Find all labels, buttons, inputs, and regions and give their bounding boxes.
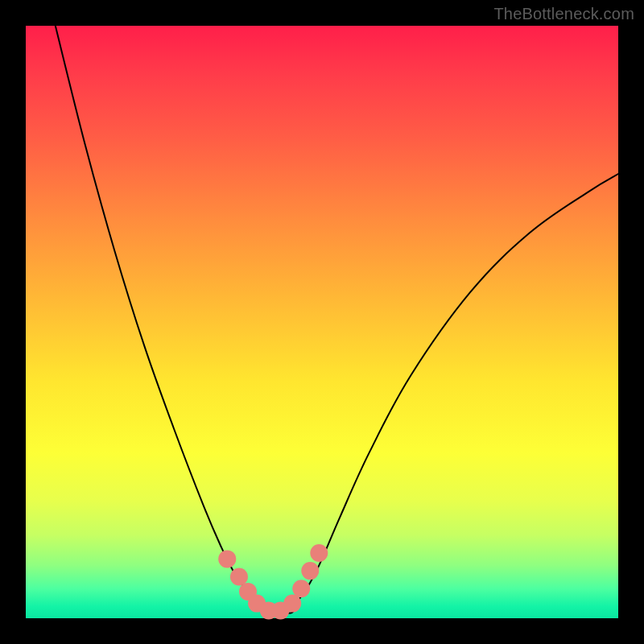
curve-layer [56, 26, 618, 613]
series-right-curve [299, 174, 618, 601]
plot-area [26, 26, 618, 618]
marker-point [218, 550, 236, 568]
watermark-text: TheBottleneck.com [493, 5, 634, 23]
marker-point [230, 568, 248, 585]
marker-point [283, 595, 301, 613]
chart-frame: TheBottleneck.com [0, 0, 644, 644]
series-left-curve [56, 26, 257, 601]
chart-svg [26, 26, 618, 618]
marker-point [310, 544, 328, 562]
marker-point [292, 580, 310, 597]
marker-point [301, 562, 319, 580]
